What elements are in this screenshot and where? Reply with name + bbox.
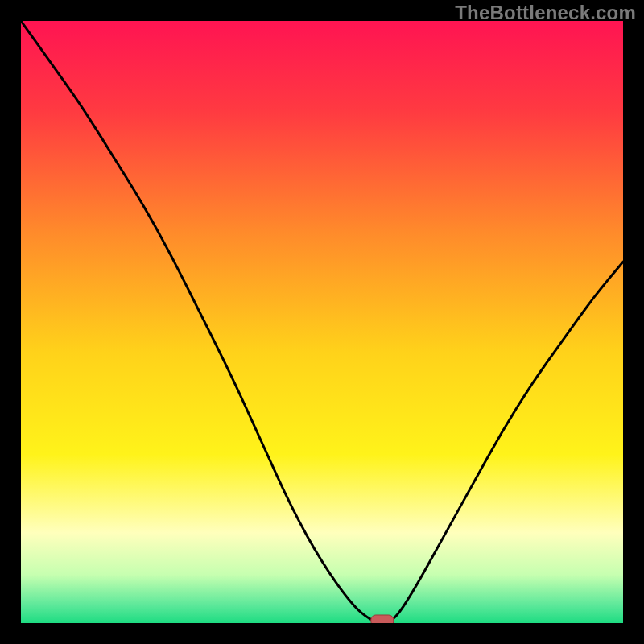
watermark-text: TheBottleneck.com xyxy=(455,2,636,24)
bottleneck-chart xyxy=(21,21,623,623)
gradient-background xyxy=(21,21,623,623)
optimal-marker xyxy=(371,615,394,623)
plot-area xyxy=(21,21,623,623)
chart-container: TheBottleneck.com xyxy=(0,0,644,644)
